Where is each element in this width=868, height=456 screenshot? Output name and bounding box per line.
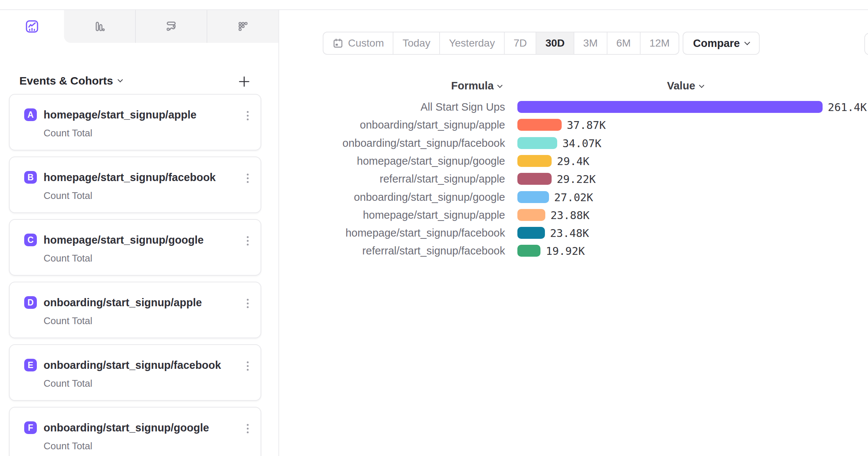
chart-category-label: onboarding/start_signup/google [354,191,505,203]
kebab-menu-icon[interactable] [245,422,250,435]
chart-value-label: 27.02K [554,191,593,204]
chart-row: onboarding/start_signup/apple 37.87K [0,119,868,131]
date-range-7d[interactable]: 7D [504,32,536,54]
chart-bar[interactable] [517,101,823,113]
events-cohorts-title: Events & Cohorts [19,75,113,87]
chart-bar[interactable] [517,137,557,149]
chart-value-label: 261.4K [828,101,867,114]
date-range-yesterday[interactable]: Yesterday [439,32,504,54]
date-option-label: 6M [616,37,631,49]
event-card[interactable]: F onboarding/start_signup/google Count T… [9,407,261,456]
kebab-menu-icon[interactable] [245,297,250,310]
date-option-label: 7D [514,37,527,49]
chart-value-label: 23.88K [551,209,590,222]
add-event-button[interactable] [237,74,252,89]
date-option-label: 30D [545,37,564,49]
chart-bar[interactable] [517,155,552,167]
date-option-label: 12M [650,37,670,49]
date-range-6m[interactable]: 6M [607,32,640,54]
chart-value-label: 23.48K [550,227,589,240]
date-range-today[interactable]: Today [393,32,439,54]
date-option-label: Yesterday [449,37,495,49]
chevron-down-icon [699,82,704,88]
chart-row: homepage/start_signup/facebook 23.48K [0,227,868,239]
events-cohorts-header[interactable]: Events & Cohorts [19,75,122,87]
event-title[interactable]: onboarding/start_signup/google [44,422,209,434]
plus-icon [237,75,251,88]
chevron-down-icon [497,82,502,88]
date-range-12m[interactable]: 12M [640,32,679,54]
event-card[interactable]: D onboarding/start_signup/apple Count To… [9,282,261,338]
chart-category-label: homepage/start_signup/apple [363,209,505,221]
chart-row: referral/start_signup/apple 29.22K [0,173,868,185]
tab-flows[interactable] [135,10,207,43]
event-title[interactable]: onboarding/start_signup/apple [44,297,202,309]
chart-row: All Start Sign Ups 261.4K [0,101,868,113]
retention-dots-icon [236,20,250,33]
date-range-picker: Custom Today Yesterday 7D 30D 3M 6M 12M [323,32,679,55]
compare-label: Compare [693,37,740,50]
calendar-icon [332,38,344,49]
date-range-30d[interactable]: 30D [536,32,573,54]
value-header[interactable]: Value [667,80,703,92]
chart-category-label: onboarding/start_signup/apple [360,119,505,131]
date-option-label: 3M [583,37,598,49]
chart-row: onboarding/start_signup/google 27.02K [0,191,868,203]
tab-retention[interactable] [207,10,278,43]
event-badge: F [24,421,37,434]
event-measure[interactable]: Count Total [44,315,92,327]
chevron-down-icon [118,77,123,82]
cutoff-right-button[interactable] [864,33,868,55]
bar-chart-icon [93,20,106,33]
date-option-label: Today [402,37,430,49]
formula-header-label: Formula [451,80,494,92]
chart-value-label: 29.22K [557,173,596,186]
chart-bar[interactable] [517,173,552,185]
chart-category-label: onboarding/start_signup/facebook [342,137,505,149]
event-measure[interactable]: Count Total [44,378,92,389]
line-chart-icon [25,20,39,33]
chart-category-label: referral/start_signup/apple [380,173,505,185]
value-header-label: Value [667,80,695,92]
chart-bar[interactable] [517,191,549,203]
date-option-label: Custom [348,37,384,49]
flows-icon [165,20,178,33]
tab-insights[interactable] [0,10,64,43]
chart-row: onboarding/start_signup/facebook 34.07K [0,137,868,149]
chart-bar[interactable] [517,209,545,221]
chart-category-label: referral/start_signup/facebook [362,245,505,257]
tab-bar-chart[interactable] [64,10,135,43]
chart-value-label: 19.92K [546,245,585,257]
chart-value-label: 29.4K [557,155,589,168]
kebab-menu-icon[interactable] [245,360,250,372]
chart-row: referral/start_signup/facebook 19.92K [0,245,868,257]
formula-header[interactable]: Formula [451,80,502,92]
chart-value-label: 34.07K [562,137,601,150]
chart-category-label: homepage/start_signup/google [357,155,505,167]
event-measure[interactable]: Count Total [44,440,92,452]
chart-row: homepage/start_signup/google 29.4K [0,155,868,167]
date-range-3m[interactable]: 3M [574,32,607,54]
event-card[interactable]: E onboarding/start_signup/facebook Count… [9,344,261,401]
chart-category-label: homepage/start_signup/facebook [345,227,505,239]
chart-value-label: 37.87K [567,119,606,132]
compare-button[interactable]: Compare [683,32,760,55]
date-range-custom[interactable]: Custom [323,32,393,54]
event-badge: E [24,359,37,371]
chart-bar[interactable] [517,245,540,257]
chart-category-label: All Start Sign Ups [421,101,505,113]
event-badge: D [24,296,37,309]
chart-bar[interactable] [517,227,545,239]
chart-bar[interactable] [517,119,562,131]
chart-type-tabbar [0,10,278,43]
event-title[interactable]: onboarding/start_signup/facebook [44,359,221,371]
chart-row: homepage/start_signup/apple 23.88K [0,209,868,221]
inactive-tabs-group [64,10,278,43]
chevron-down-icon [744,39,750,45]
